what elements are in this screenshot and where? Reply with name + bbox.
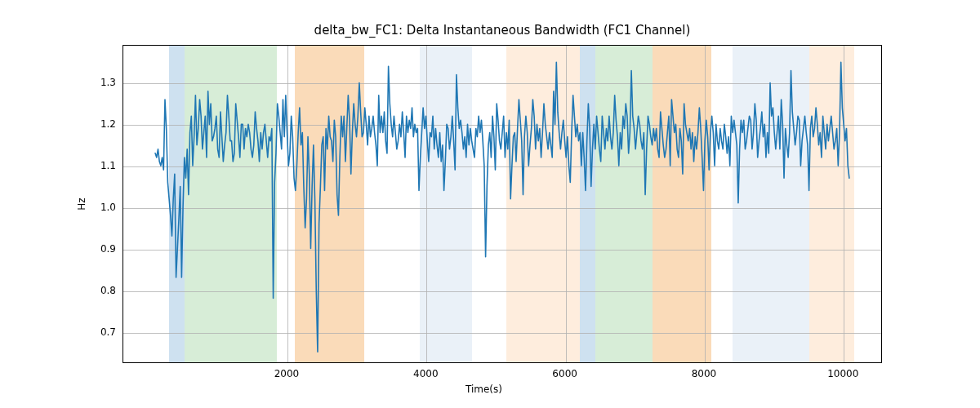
y-tick-label: 0.8 [100,285,116,296]
y-axis-label: Hz [76,197,87,210]
y-tick-label: 1.0 [100,202,116,213]
y-tick-label: 0.7 [100,326,116,338]
y-tick-label: 1.2 [100,118,116,130]
y-tick-label: 1.3 [100,77,116,88]
data-line [123,46,881,362]
y-tick-label: 1.1 [100,160,116,171]
x-tick-label: 10000 [827,368,858,379]
x-axis-label: Time(s) [466,384,502,395]
y-tick-label: 0.9 [100,243,116,255]
x-tick-label: 8000 [692,368,717,379]
figure: delta_bw_FC1: Delta Instantaneous Bandwi… [0,0,980,408]
plot-area [122,45,882,363]
x-tick-label: 2000 [274,368,300,379]
x-tick-label: 6000 [552,368,577,379]
x-tick-label: 4000 [413,368,439,379]
chart-title: delta_bw_FC1: Delta Instantaneous Bandwi… [122,23,882,38]
